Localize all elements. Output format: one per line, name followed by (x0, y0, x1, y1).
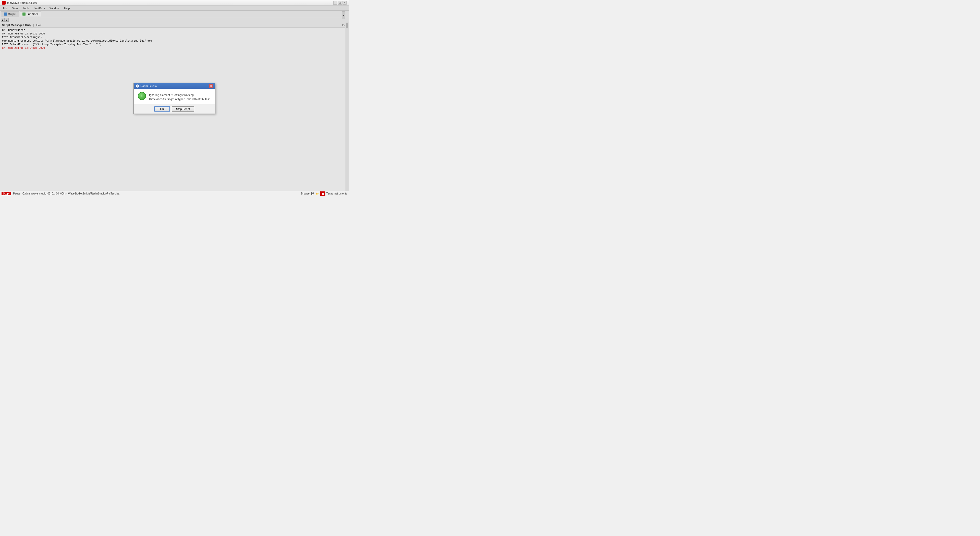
svg-text:TI: TI (322, 193, 324, 195)
dialog-ok-button[interactable]: OK (154, 107, 170, 111)
dialog-info-icon-large: i (138, 92, 146, 100)
maximize-button[interactable]: □ (338, 1, 342, 5)
stop-button[interactable]: Stop! (2, 192, 11, 195)
dialog-close-button[interactable]: ✕ (209, 84, 213, 88)
app-icon (2, 1, 6, 5)
save-icon: 💾 (311, 192, 314, 195)
dialog-body: i Ignoring element "/Settings/Working Di… (134, 89, 215, 104)
dialog-stop-script-button[interactable]: Stop Script (172, 107, 194, 111)
close-button[interactable]: ✕ (342, 1, 347, 5)
ti-logo-svg: TI (320, 191, 325, 196)
open-icon: 📂 (316, 192, 319, 195)
title-bar-controls[interactable]: – □ ✕ (333, 1, 347, 5)
status-right: Browse 💾 📂 TI Texas Instruments (301, 191, 347, 196)
pause-label: Pause (13, 192, 21, 195)
dialog-title-label: Radar Studio (140, 84, 157, 87)
script-path-label: C:\ti\mmwave_studio_02_01_00_00\mmWaveSt… (22, 192, 119, 195)
title-bar-left: mmWave Studio 2.1.0.0 (2, 1, 37, 5)
dialog-title-left: i Radar Studio (136, 84, 157, 87)
dialog: i Radar Studio ✕ i Ignoring element "/Se… (134, 83, 215, 114)
dialog-title-bar: i Radar Studio ✕ (134, 83, 215, 89)
ti-company-name: Texas Instruments (326, 192, 347, 195)
modal-overlay: i Radar Studio ✕ i Ignoring element "/Se… (0, 6, 348, 191)
dialog-message: Ignoring element "/Settings/Working Dire… (149, 92, 211, 101)
minimize-button[interactable]: – (333, 1, 337, 5)
title-text: mmWave Studio 2.1.0.0 (7, 1, 37, 4)
ti-logo: TI Texas Instruments (320, 191, 347, 196)
title-bar: mmWave Studio 2.1.0.0 – □ ✕ (0, 0, 348, 6)
status-bar: Stop! Pause C:\ti\mmwave_studio_02_01_00… (0, 191, 348, 196)
dialog-footer: OK Stop Script (134, 104, 215, 114)
dialog-info-icon: i (136, 84, 139, 87)
browse-label[interactable]: Browse (301, 192, 309, 195)
